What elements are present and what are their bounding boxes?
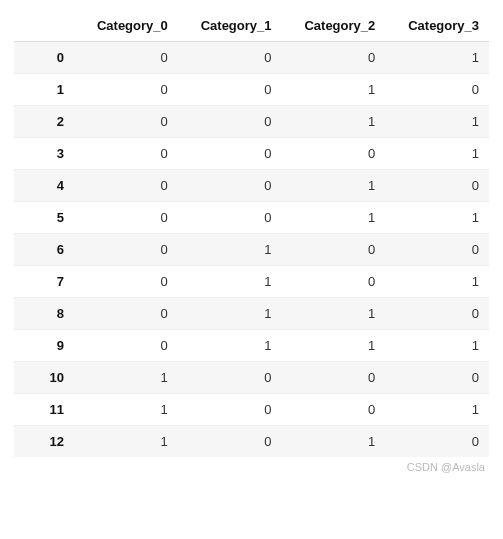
cell: 1 — [385, 394, 489, 426]
cell: 0 — [74, 106, 178, 138]
cell: 0 — [178, 138, 282, 170]
cell: 1 — [385, 106, 489, 138]
row-index: 12 — [14, 426, 74, 458]
cell: 0 — [385, 362, 489, 394]
cell: 0 — [282, 266, 386, 298]
cell: 0 — [385, 234, 489, 266]
cell: 1 — [178, 266, 282, 298]
cell: 1 — [282, 202, 386, 234]
cell: 0 — [74, 138, 178, 170]
row-index: 7 — [14, 266, 74, 298]
table-row: 20011 — [14, 106, 489, 138]
table-row: 50011 — [14, 202, 489, 234]
data-table: Category_0 Category_1 Category_2 Categor… — [14, 10, 489, 457]
row-index: 0 — [14, 42, 74, 74]
table-row: 121010 — [14, 426, 489, 458]
col-header: Category_2 — [282, 10, 386, 42]
table-row: 80110 — [14, 298, 489, 330]
col-header: Category_0 — [74, 10, 178, 42]
cell: 1 — [178, 234, 282, 266]
table-row: 101000 — [14, 362, 489, 394]
row-index: 3 — [14, 138, 74, 170]
cell: 1 — [282, 426, 386, 458]
table-row: 90111 — [14, 330, 489, 362]
cell: 1 — [74, 362, 178, 394]
cell: 0 — [282, 362, 386, 394]
cell: 1 — [282, 298, 386, 330]
table-row: 111001 — [14, 394, 489, 426]
header-row: Category_0 Category_1 Category_2 Categor… — [14, 10, 489, 42]
cell: 0 — [74, 170, 178, 202]
cell: 1 — [385, 330, 489, 362]
cell: 0 — [385, 426, 489, 458]
cell: 0 — [178, 42, 282, 74]
cell: 0 — [74, 202, 178, 234]
col-header: Category_1 — [178, 10, 282, 42]
row-index: 6 — [14, 234, 74, 266]
cell: 0 — [178, 394, 282, 426]
cell: 0 — [74, 42, 178, 74]
row-index: 5 — [14, 202, 74, 234]
cell: 1 — [385, 138, 489, 170]
row-index: 4 — [14, 170, 74, 202]
row-index: 9 — [14, 330, 74, 362]
table-row: 70101 — [14, 266, 489, 298]
table-row: 30001 — [14, 138, 489, 170]
cell: 0 — [74, 74, 178, 106]
cell: 0 — [282, 42, 386, 74]
cell: 1 — [282, 106, 386, 138]
table-row: 40010 — [14, 170, 489, 202]
watermark-text: CSDN @Avasla — [14, 461, 489, 473]
cell: 1 — [74, 426, 178, 458]
cell: 1 — [282, 330, 386, 362]
row-index: 8 — [14, 298, 74, 330]
cell: 0 — [282, 394, 386, 426]
cell: 1 — [385, 42, 489, 74]
cell: 1 — [74, 394, 178, 426]
cell: 1 — [282, 74, 386, 106]
cell: 1 — [385, 202, 489, 234]
cell: 0 — [74, 266, 178, 298]
cell: 0 — [178, 426, 282, 458]
cell: 0 — [178, 362, 282, 394]
table-row: 00001 — [14, 42, 489, 74]
cell: 1 — [178, 298, 282, 330]
cell: 1 — [385, 266, 489, 298]
cell: 0 — [178, 202, 282, 234]
row-index: 2 — [14, 106, 74, 138]
cell: 0 — [282, 234, 386, 266]
cell: 0 — [74, 330, 178, 362]
cell: 0 — [178, 170, 282, 202]
cell: 1 — [282, 170, 386, 202]
row-index: 1 — [14, 74, 74, 106]
row-index: 10 — [14, 362, 74, 394]
table-body: 00001 10010 20011 30001 40010 50011 6010… — [14, 42, 489, 458]
row-index: 11 — [14, 394, 74, 426]
table-row: 60100 — [14, 234, 489, 266]
cell: 0 — [178, 74, 282, 106]
cell: 0 — [282, 138, 386, 170]
cell: 0 — [74, 234, 178, 266]
table-row: 10010 — [14, 74, 489, 106]
index-header — [14, 10, 74, 42]
cell: 0 — [385, 298, 489, 330]
cell: 0 — [74, 298, 178, 330]
col-header: Category_3 — [385, 10, 489, 42]
cell: 1 — [178, 330, 282, 362]
cell: 0 — [385, 170, 489, 202]
cell: 0 — [178, 106, 282, 138]
cell: 0 — [385, 74, 489, 106]
